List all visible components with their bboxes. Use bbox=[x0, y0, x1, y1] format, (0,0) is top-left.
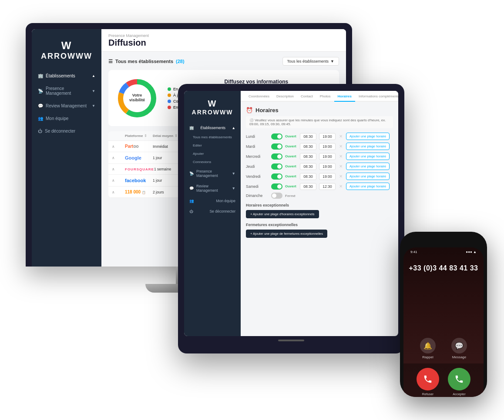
row-expand[interactable]: ∧ bbox=[112, 190, 125, 194]
toggle-lundi[interactable] bbox=[271, 133, 282, 140]
time-to-jeudi[interactable] bbox=[319, 163, 336, 170]
toggle-jeudi[interactable] bbox=[271, 163, 282, 170]
row-expand[interactable]: ∧ bbox=[112, 178, 125, 183]
chevron-icon: ▼ bbox=[92, 89, 95, 93]
tab-description[interactable]: Description bbox=[273, 91, 297, 101]
close-icon[interactable]: ✕ bbox=[339, 164, 343, 169]
team-icon: 👥 bbox=[38, 116, 43, 121]
close-icon[interactable]: ✕ bbox=[339, 184, 343, 189]
tab-coordonnees[interactable]: Coordonnées bbox=[245, 91, 273, 101]
tablet-logo: W ARROWWW bbox=[184, 96, 241, 123]
sidebar-item-logout[interactable]: ⏻ Se déconnecter bbox=[32, 125, 101, 137]
scene: W ARROWWW 🏢 Établissements ▲ 📡 Presence … bbox=[13, 14, 491, 406]
toggle-samedi[interactable] bbox=[271, 183, 282, 190]
accept-button[interactable] bbox=[448, 368, 470, 390]
time-to-mardi[interactable] bbox=[319, 143, 336, 150]
time-to-lundi[interactable] bbox=[319, 133, 336, 140]
time-to-vendredi[interactable] bbox=[319, 173, 336, 180]
add-exceptional-closure-button[interactable]: + Ajouter une plage de fermetures except… bbox=[246, 230, 327, 238]
toggle-vendredi[interactable] bbox=[271, 173, 282, 180]
time-from-mardi[interactable] bbox=[300, 143, 316, 150]
phone: 9:41 ●●● ▲ +33 (0)3 44 83 41 33 🔔 Rappel… bbox=[400, 232, 487, 397]
time-to-mercredi[interactable] bbox=[319, 153, 336, 160]
sidebar-item-etablissements[interactable]: 🏢 Établissements ▲ bbox=[32, 70, 101, 82]
row-expand[interactable]: ∧ bbox=[112, 167, 125, 171]
add-slot-mercredi[interactable]: Ajouter une plage horaire bbox=[346, 153, 390, 160]
toggle-mercredi[interactable] bbox=[271, 153, 282, 160]
close-icon[interactable]: ✕ bbox=[339, 144, 343, 149]
day-name: Samedi bbox=[246, 184, 269, 189]
accept-label: Accepter bbox=[453, 392, 466, 396]
day-name: Mercredi bbox=[246, 154, 269, 159]
t-submenu-editer[interactable]: Editer bbox=[184, 141, 241, 150]
sidebar-label: Presence Management bbox=[46, 86, 89, 96]
chevron-down-icon: ▼ bbox=[330, 59, 334, 63]
row-expand[interactable]: ∧ bbox=[112, 144, 125, 149]
t-team-icon: 👥 bbox=[189, 199, 194, 203]
time-from-samedi[interactable] bbox=[300, 183, 316, 190]
tab-photos[interactable]: Photos bbox=[316, 91, 334, 101]
row-expand[interactable]: ∧ bbox=[112, 156, 125, 160]
phone-actions-top: 🔔 Rappel 💬 Message bbox=[403, 333, 484, 363]
add-exceptional-hours-button[interactable]: + Ajouter une plage d'horaires exception… bbox=[246, 210, 319, 218]
chevron-icon: ▲ bbox=[92, 74, 95, 78]
add-slot-vendredi[interactable]: Ajouter une plage horaire bbox=[346, 173, 390, 180]
add-slot-samedi[interactable]: Ajouter une plage horaire bbox=[346, 183, 390, 190]
exceptional-hours-label: Horaires exceptionnels bbox=[246, 203, 393, 207]
t-menu-team[interactable]: 👥 Mon équipe bbox=[184, 196, 241, 206]
t-submenu-tous[interactable]: Tous mes établissements bbox=[184, 133, 241, 141]
t-menu-label: Review Management bbox=[196, 184, 230, 193]
toggle-dimanche[interactable] bbox=[271, 193, 282, 199]
t-logout-icon: ⏻ bbox=[189, 209, 193, 213]
tab-infos-complementaires[interactable]: Informations complémentaires bbox=[355, 91, 398, 101]
platform-facebook: facebook bbox=[125, 178, 153, 183]
sidebar-item-presence[interactable]: 📡 Presence Management ▼ bbox=[32, 82, 101, 100]
donut-chart: Votre visibilité bbox=[115, 77, 159, 120]
add-slot-mardi[interactable]: Ajouter une plage horaire bbox=[346, 143, 390, 150]
tablet-logo-symbol: W bbox=[189, 99, 235, 109]
decline-button[interactable] bbox=[417, 368, 439, 390]
close-icon[interactable]: ✕ bbox=[339, 154, 343, 159]
phone-frame: 9:41 ●●● ▲ +33 (0)3 44 83 41 33 🔔 Rappel… bbox=[400, 232, 487, 397]
section-count: (28) bbox=[176, 59, 185, 64]
time-from-vendredi[interactable] bbox=[300, 173, 316, 180]
time-to-samedi[interactable] bbox=[319, 183, 336, 190]
day-row-jeudi: Jeudi Ouvert ✕ Ajouter une plage horaire bbox=[246, 163, 393, 170]
day-name: Mardi bbox=[246, 144, 269, 149]
add-slot-lundi[interactable]: Ajouter une plage horaire bbox=[346, 133, 390, 140]
sidebar-item-review[interactable]: 💬 Review Management ▼ bbox=[32, 100, 101, 112]
establishments-dropdown[interactable]: Tous les établissements ▼ bbox=[282, 57, 339, 66]
toggle-label: Ouvert bbox=[285, 164, 297, 168]
t-menu-presence[interactable]: 📡 Presence Management ▼ bbox=[184, 166, 241, 181]
t-submenu-connexions[interactable]: Connexions bbox=[184, 158, 241, 166]
t-menu-logout[interactable]: ⏻ Se déconnecter bbox=[184, 206, 241, 217]
decline-wrapper: Refuser bbox=[417, 368, 439, 396]
sidebar-logo: W ARROWWW bbox=[32, 36, 101, 70]
add-slot-jeudi[interactable]: Ajouter une plage horaire bbox=[346, 163, 390, 170]
dropdown-label: Tous les établissements bbox=[287, 59, 329, 63]
legend-dot-orange bbox=[168, 93, 171, 97]
day-row-mardi: Mardi Ouvert ✕ Ajouter une plage horaire bbox=[246, 143, 393, 150]
donut-label: Votre visibilité bbox=[129, 93, 145, 103]
t-chevron-icon: ▼ bbox=[232, 186, 235, 190]
close-icon[interactable]: ✕ bbox=[339, 174, 343, 179]
sidebar-item-team[interactable]: 👥 Mon équipe bbox=[32, 112, 101, 125]
t-menu-review[interactable]: 💬 Review Management ▼ bbox=[184, 181, 241, 196]
toggle-mardi[interactable] bbox=[271, 143, 282, 150]
tab-contact[interactable]: Contact bbox=[297, 91, 316, 101]
close-icon[interactable]: ✕ bbox=[339, 134, 343, 139]
col-plateforme[interactable]: Plateforme ⇕ bbox=[125, 134, 153, 138]
t-submenu-ajouter[interactable]: Ajouter bbox=[184, 150, 241, 158]
tablet-home-indicator bbox=[278, 340, 304, 341]
time-from-lundi[interactable] bbox=[300, 133, 316, 140]
t-menu-etablissements[interactable]: 🏢 Établissements ▲ bbox=[184, 123, 241, 133]
time-from-mercredi[interactable] bbox=[300, 153, 316, 160]
horaires-note: ⚪ Veuillez vous assurer que les minutes … bbox=[246, 116, 393, 128]
t-presence-icon: 📡 bbox=[189, 171, 194, 176]
tablet-brand-name: ARROWWW bbox=[192, 109, 233, 116]
main-header: Presence Management Diffusion bbox=[101, 29, 346, 52]
day-name: Vendredi bbox=[246, 174, 269, 179]
message-icon: 💬 bbox=[451, 338, 467, 353]
tab-horaires[interactable]: Horaires bbox=[334, 91, 355, 102]
time-from-jeudi[interactable] bbox=[300, 163, 316, 170]
